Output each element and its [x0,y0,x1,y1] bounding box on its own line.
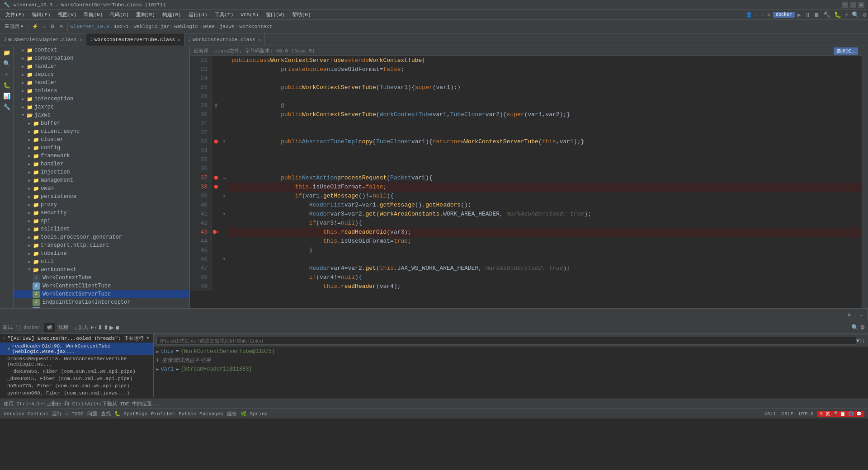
frame-2[interactable]: __doRun866, Fiber (com.sun.xml.ws.api.pi… [0,368,153,375]
todo-btn[interactable]: ☑ TODO [66,411,84,417]
tree-item-config[interactable]: ▶ 📁 config [14,144,189,152]
line-37[interactable]: public NextAction processRequest(Packet … [228,174,862,183]
tree-item-security[interactable]: ▶ 📁 security [14,209,189,217]
vcs-btn[interactable]: Version Control [4,411,48,417]
line-23[interactable]: private boolean isUseOldFormat = false; [228,65,862,74]
menu-vcs[interactable]: VCS(S) [237,10,262,19]
tab-frames[interactable]: 帧 [44,323,55,332]
tab-threads[interactable]: 线程 [56,323,71,332]
stop-btn[interactable]: ⏹ [115,324,120,331]
fold-47[interactable]: ▼ [223,255,225,264]
line-22[interactable]: public class WorkContextServerTube exten… [228,56,862,65]
line-40[interactable]: HeaderList var2 = var1.getMessage().getH… [228,201,862,210]
maximize-button[interactable]: □ [850,2,856,8]
resume-btn[interactable]: ▶ [109,324,114,331]
tab-close-icon-2[interactable]: ✕ [258,37,261,42]
line-31[interactable] [228,119,862,128]
fold-33[interactable]: ▼ [223,137,225,146]
close-panel-button[interactable]: ✕ [57,22,65,32]
var-var1[interactable]: ▶ var1 = {StreamHeader11@11883} [155,365,867,373]
tree-item-util[interactable]: ▶ 📁 util [14,258,189,266]
tab-wls-servlet[interactable]: J WLSServletAdapter.class ✕ [0,33,86,46]
var-unavail[interactable]: ℹ 变量调试信息不可用 [155,356,867,365]
charset-label[interactable]: UTF-8 [799,411,814,417]
menu-tools[interactable]: 工具(T) [211,10,237,19]
service-btn[interactable]: 服务 [227,410,237,417]
eval-down[interactable]: ↓ [862,337,865,344]
tree-item-buffer[interactable]: ▶ 📁 buffer [14,119,189,127]
tree-item-jaxrpc[interactable]: ▶ 📁 jaxrpc [14,103,189,111]
menu-help[interactable]: 帮助(H) [288,10,315,19]
debug-label[interactable]: 调试 [3,324,13,331]
sync-button[interactable]: ⚡ [30,22,40,32]
minimize-button[interactable]: ─ [842,2,848,8]
line-30[interactable]: public WorkContextServerTube(WorkContext… [228,110,862,119]
line-32[interactable] [228,128,862,137]
thread-active[interactable]: ✓ "[ACTIVE] ExecuteThr...ooled Threads":… [0,334,153,343]
tree-item-handler2[interactable]: ▶ 📁 handler [14,79,189,87]
line-29[interactable]: @ [228,101,862,110]
line-24[interactable] [228,74,862,83]
tree-item-work-context-tube[interactable]: J WorkContextTube [14,274,189,282]
tab-work-context-server[interactable]: J WorkContextServerTube.class ✕ [86,33,184,46]
menu-window[interactable]: 窗口(W) [262,10,288,19]
tree-item-http-processor[interactable]: J HTTPProcessor [14,306,189,308]
tree-item-proxy[interactable]: ▶ 📁 proxy [14,201,189,209]
var-this[interactable]: ▶ this = {WorkContextServerTube@11875} [155,348,867,356]
line-39[interactable]: if (var1.getMessage() != null) { [228,192,862,201]
encoding-label[interactable]: CRLF [782,411,793,417]
step-over-btn[interactable]: ⬇ [98,324,103,331]
tree-item-injection[interactable]: ▶ 📁 injection [14,168,189,176]
line-46[interactable] [228,255,862,264]
line-26[interactable] [228,92,862,101]
docker-badge[interactable]: docker [773,12,795,18]
tree-item-handler3[interactable]: ▶ 📁 handler [14,160,189,168]
tree-item-context[interactable]: ▶ 📁 context [14,46,189,54]
settings-button[interactable]: ⚙ [48,22,57,32]
line-25[interactable]: public WorkContextServerTube(Tube var1) … [228,83,862,92]
run-btn-status[interactable]: 运行 [52,410,62,417]
menu-file[interactable]: 文件(F) [2,10,28,19]
sidebar-icon-2[interactable]: 🔍 [2,59,12,69]
sidebar-icon-1[interactable]: 📁 [2,48,12,58]
fold-39[interactable]: ▼ [223,192,225,201]
frame-1[interactable]: processRequest:43, WorkContextServerTube… [0,355,153,368]
tree-item-jaxws[interactable]: ▼ 📂 jaxws [14,111,189,119]
tree-item-holders[interactable]: ▶ 📁 holders [14,87,189,95]
select-button[interactable]: 选择(S)... [834,47,858,55]
step-button[interactable]: ↓ [75,324,77,331]
line-47[interactable]: Header var4 = var2.get(this.JAX_WS_WORK_… [228,264,862,273]
collapse-button[interactable]: ≡ [41,22,47,32]
tree-item-tubeline[interactable]: ▶ 📁 tubeline [14,249,189,258]
sogou-plugin[interactable]: S 英 🎤 📋 🌐 💬 [817,411,864,417]
tree-item-conversation[interactable]: ▶ 📁 conversation [14,54,189,62]
tree-item-transport[interactable]: ▶ 📁 transport.http.client [14,241,189,249]
menu-build[interactable]: 构建(B) [159,10,185,19]
line-36[interactable] [228,164,862,174]
line-34[interactable] [228,146,862,155]
line-38[interactable]: this.isUseOldFormat = false; [228,183,862,192]
tree-item-work-context-client[interactable]: J WorkContextClientTube [14,282,189,290]
sidebar-icon-3[interactable]: ⚡ [2,70,12,80]
menu-run[interactable]: 运行(U) [185,10,211,19]
project-button[interactable]: ☰ 项目 ▾ [3,22,25,32]
eval-up[interactable]: ↑ [859,337,863,344]
tree-item-spi[interactable]: ▶ 📁 spi [14,217,189,225]
spotbugs-btn[interactable]: 🐛 SpotBugs [114,411,147,417]
frame-5[interactable]: aynhrono060, Fiber (com.sun.xml.jaxws...… [0,390,153,397]
eval-input[interactable] [156,337,856,345]
profiler-btn[interactable]: Profiler [151,411,175,417]
tree-item-persistence[interactable]: ▶ 📁 persistence [14,193,189,201]
menu-code[interactable]: 代码(C) [106,10,132,19]
menu-view[interactable]: 视图(V) [54,10,80,19]
tree-item-framework[interactable]: ▶ 📁 framework [14,152,189,160]
step-out-btn[interactable]: ⬆ [104,324,108,331]
notice-btn[interactable]: 问题 [87,410,97,417]
line-49[interactable]: this.readHeader(var4); [228,282,862,291]
menu-edit[interactable]: 编辑(E) [28,10,54,19]
tree-item-workcontext[interactable]: ▼ 📂 workcontext [14,266,189,274]
bottom-tab-minimize[interactable]: — [855,309,868,321]
docker-label-bottom[interactable]: ⬛ docker [15,325,40,330]
tree-item-owsm[interactable]: ▶ 📁 owsm [14,184,189,193]
spring-btn[interactable]: 🌿 Spring [241,411,268,417]
